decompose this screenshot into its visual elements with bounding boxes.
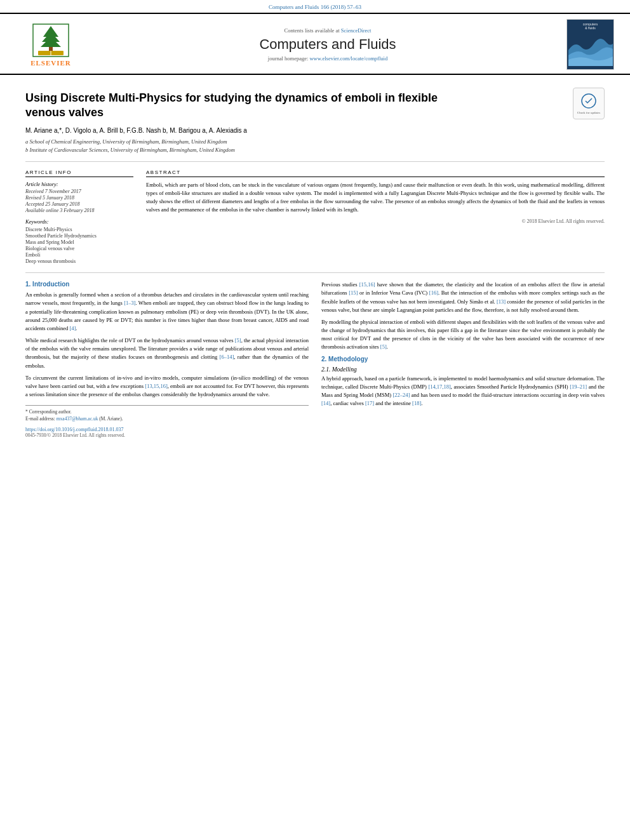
keyword-1: Discrete Multi-Physics bbox=[25, 227, 133, 232]
journal-homepage: journal homepage: www.elsevier.com/locat… bbox=[89, 55, 566, 62]
sciencedirect-link[interactable]: ScienceDirect bbox=[341, 27, 372, 34]
authors-line: M. Ariane a,*, D. Vigolo a, A. Brill b, … bbox=[25, 127, 605, 134]
journal-header: ELSEVIER Contents lists available at Sci… bbox=[0, 13, 630, 75]
footnote-section: * Corresponding author. E-mail address: … bbox=[25, 405, 309, 438]
email-note: E-mail address: mxa437@bham.ac.uk (M. Ar… bbox=[25, 416, 309, 422]
ref-5a[interactable]: [5] bbox=[235, 337, 241, 343]
check-updates-label: Check for updates bbox=[577, 111, 600, 114]
section1-right-para1: Previous studies [15,16] have shown that… bbox=[321, 281, 605, 314]
section1-heading: 1. Introduction bbox=[25, 281, 309, 288]
elsevier-logo: ELSEVIER bbox=[13, 23, 89, 67]
article-info-label: ARTICLE INFO bbox=[25, 170, 133, 177]
accepted-date: Accepted 25 January 2018 bbox=[25, 201, 133, 207]
ref-16[interactable]: [16] bbox=[429, 290, 438, 296]
article-info-col: ARTICLE INFO Article history: Received 7… bbox=[25, 170, 133, 265]
journal-title: Computers and Fluids bbox=[89, 36, 566, 53]
section2-1-heading: 2.1. Modelling bbox=[321, 366, 605, 373]
keywords-label: Keywords: bbox=[25, 218, 133, 225]
journal-cover-area: computers& fluids bbox=[566, 19, 617, 70]
check-for-updates-badge: Check for updates bbox=[573, 88, 605, 119]
affiliation-b: b Institute of Cardiovascular Sciences, … bbox=[25, 146, 605, 154]
keyword-3: Mass and Spring Model bbox=[25, 239, 133, 245]
ref-22-24[interactable]: [22–24] bbox=[392, 392, 410, 398]
journal-citation: Computers and Fluids 166 (2018) 57–63 bbox=[269, 4, 361, 10]
paper-title: Using Discrete Multi-Physics for studyin… bbox=[25, 91, 470, 121]
keyword-5: Emboli bbox=[25, 252, 133, 258]
ref-15[interactable]: [15] bbox=[349, 290, 358, 296]
section2-heading: 2. Methodology bbox=[321, 356, 605, 363]
ref-14-17-18[interactable]: [14,17,18] bbox=[428, 383, 450, 390]
abstract-col: ABSTRACT Emboli, which are parts of bloo… bbox=[146, 170, 605, 265]
ref-4[interactable]: [4] bbox=[69, 325, 76, 331]
abstract-text: Emboli, which are parts of blood clots, … bbox=[146, 181, 605, 213]
revised-date: Revised 5 January 2018 bbox=[25, 195, 133, 201]
ref-19-21[interactable]: [19–21] bbox=[570, 383, 587, 390]
contents-line: Contents lists available at ScienceDirec… bbox=[89, 27, 566, 34]
ref-1-3[interactable]: [1–3] bbox=[124, 300, 135, 306]
ref-6-14[interactable]: [6–14] bbox=[220, 354, 234, 360]
check-updates-icon bbox=[579, 93, 598, 109]
section1-para2: While medical research highlights the ro… bbox=[25, 337, 309, 370]
elsevier-text: ELSEVIER bbox=[30, 59, 71, 67]
body-content: 1. Introduction An embolus is generally … bbox=[25, 281, 605, 438]
section1-para1: An embolus is generally formed when a se… bbox=[25, 291, 309, 333]
journal-title-area: Contents lists available at ScienceDirec… bbox=[89, 27, 566, 62]
ref-18b[interactable]: [18] bbox=[412, 400, 421, 406]
abstract-label: ABSTRACT bbox=[146, 170, 605, 177]
divider-2 bbox=[25, 272, 605, 273]
keyword-4: Biological venous valve bbox=[25, 246, 133, 251]
copyright-line: © 2018 Elsevier Ltd. All rights reserved… bbox=[146, 218, 605, 224]
body-left-col: 1. Introduction An embolus is generally … bbox=[25, 281, 309, 438]
and-conjunction: and bbox=[589, 383, 596, 390]
elsevier-tree-icon bbox=[32, 23, 70, 58]
ref-13-15-16[interactable]: [13,15,16] bbox=[145, 383, 167, 389]
journal-cover-image: computers& fluids bbox=[566, 19, 614, 70]
cover-wave-icon bbox=[568, 31, 613, 66]
affiliations: a School of Chemical Engineering, Univer… bbox=[25, 138, 605, 154]
journal-logo-area: ELSEVIER bbox=[13, 23, 89, 67]
doi-link[interactable]: https://doi.org/10.1016/j.compfluid.2018… bbox=[25, 427, 309, 432]
ref-13[interactable]: [13] bbox=[497, 298, 506, 305]
section1-para3: To circumvent the current limitations of… bbox=[25, 374, 309, 399]
received-date: Received 7 November 2017 bbox=[25, 189, 133, 194]
main-content: Check for updates Using Discrete Multi-P… bbox=[0, 75, 630, 451]
issn-line: 0045-7930/© 2018 Elsevier Ltd. All right… bbox=[25, 432, 309, 438]
keyword-6: Deep venous thrombosis bbox=[25, 258, 133, 264]
section1-right-para2: By modelling the physical interaction of… bbox=[321, 318, 605, 352]
available-date: Available online 3 February 2018 bbox=[25, 208, 133, 213]
article-info-abstract-section: ARTICLE INFO Article history: Received 7… bbox=[25, 170, 605, 265]
history-label: Article history: bbox=[25, 181, 133, 187]
corresponding-author-note: * Corresponding author. bbox=[25, 409, 309, 415]
ref-14b[interactable]: [14] bbox=[321, 400, 330, 406]
body-right-col: Previous studies [15,16] have shown that… bbox=[321, 281, 605, 438]
ref-5b[interactable]: [5] bbox=[380, 343, 387, 350]
ref-15-16[interactable]: [15,16] bbox=[359, 281, 375, 288]
email-link[interactable]: mxa437@bham.ac.uk bbox=[57, 416, 98, 422]
keyword-2: Smoothed Particle Hydrodynamics bbox=[25, 233, 133, 239]
homepage-url[interactable]: www.elsevier.com/locate/compfluid bbox=[309, 55, 387, 62]
affiliation-a: a School of Chemical Engineering, Univer… bbox=[25, 138, 605, 146]
ref-17b[interactable]: [17] bbox=[365, 400, 374, 406]
divider-1 bbox=[25, 161, 605, 162]
section2-para1: A hybrid approach, based on a particle f… bbox=[321, 375, 605, 408]
top-bar: Computers and Fluids 166 (2018) 57–63 bbox=[0, 0, 630, 13]
article-history: Article history: Received 7 November 201… bbox=[25, 181, 133, 213]
cover-title: computers& fluids bbox=[583, 22, 598, 30]
